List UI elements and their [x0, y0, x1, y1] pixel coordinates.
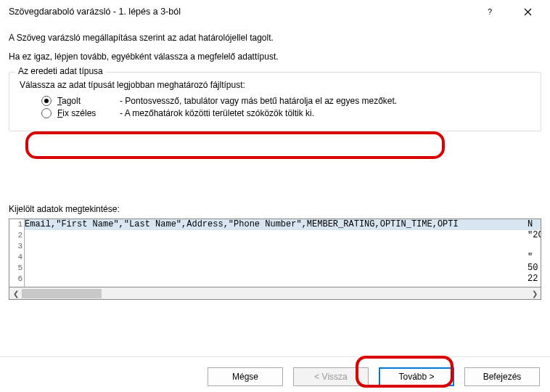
line-number: 6 [9, 274, 22, 285]
cancel-button[interactable]: Mégse [208, 367, 283, 386]
radio-delimited-row[interactable]: Tagolt - Pontosvessző, tabulátor vagy má… [41, 96, 530, 106]
line-number: 2 [9, 230, 22, 241]
close-button[interactable] [511, 0, 544, 23]
scroll-right-icon[interactable]: ❯ [528, 288, 541, 299]
preview-label: Kijelölt adatok megtekintése: [9, 204, 541, 214]
radio-fixed-label: Fix széles [57, 108, 114, 118]
next-button[interactable]: Tovább > [379, 367, 454, 386]
preview-box: 1 2 3 4 5 6 Email,"First Name","Last Nam… [9, 219, 541, 287]
radio-delimited-label: Tagolt [57, 96, 114, 106]
scroll-track[interactable] [22, 288, 528, 299]
radio-fixed[interactable] [41, 108, 52, 118]
line-number: 4 [9, 252, 22, 263]
preview-row: Email,"First Name","Last Name",Address,"… [25, 219, 541, 230]
titlebar: Szövegdaraboló varázsló - 1. lépés a 3-b… [0, 0, 550, 24]
radio-fixed-row[interactable]: Fix széles - A mezőhatárok közötti terül… [41, 108, 530, 118]
close-icon [524, 8, 532, 16]
scroll-left-icon[interactable]: ❮ [9, 288, 22, 299]
preview-content: Email,"First Name","Last Name",Address,"… [25, 219, 541, 287]
intro-text-1: A Szöveg varázsló megállapítása szerint … [9, 33, 541, 43]
radio-delimited-desc: - Pontosvessző, tabulátor vagy más betű … [120, 96, 397, 106]
preview-row [25, 230, 541, 241]
dialog-content: A Szöveg varázsló megállapítása szerint … [0, 24, 550, 356]
button-row: Mégse < Vissza Tovább > Befejezés [0, 357, 550, 392]
radio-delimited[interactable] [41, 96, 52, 106]
line-number-gutter: 1 2 3 4 5 6 [9, 219, 25, 287]
line-number: 5 [9, 263, 22, 274]
preview-row [25, 274, 541, 285]
group-legend: Az eredeti adat típusa [15, 66, 106, 76]
dialog-window: Szövegdaraboló varázsló - 1. lépés a 3-b… [0, 0, 550, 392]
finish-button[interactable]: Befejezés [464, 367, 540, 386]
horizontal-scrollbar[interactable]: ❮ ❯ [9, 287, 541, 300]
help-button[interactable]: ? [473, 0, 506, 23]
annotation-highlight-radio [25, 131, 445, 159]
line-number: 1 [9, 219, 22, 230]
intro-text-2: Ha ez igaz, lépjen tovább, egyébként vál… [9, 52, 541, 62]
preview-partial-right: N "2C " 50 22 [528, 219, 541, 285]
preview-row [25, 252, 541, 263]
scroll-thumb[interactable] [22, 289, 102, 298]
group-instruction: Válassza az adat típusát legjobban megha… [20, 80, 530, 90]
preview-row [25, 263, 541, 274]
back-button: < Vissza [293, 367, 369, 386]
radio-fixed-desc: - A mezőhatárok közötti területet szóköz… [120, 108, 314, 118]
data-type-group: Az eredeti adat típusa Válassza az adat … [9, 72, 541, 131]
preview-row [25, 241, 541, 252]
window-title: Szövegdaraboló varázsló - 1. lépés a 3-b… [6, 7, 473, 17]
line-number: 3 [9, 241, 22, 252]
